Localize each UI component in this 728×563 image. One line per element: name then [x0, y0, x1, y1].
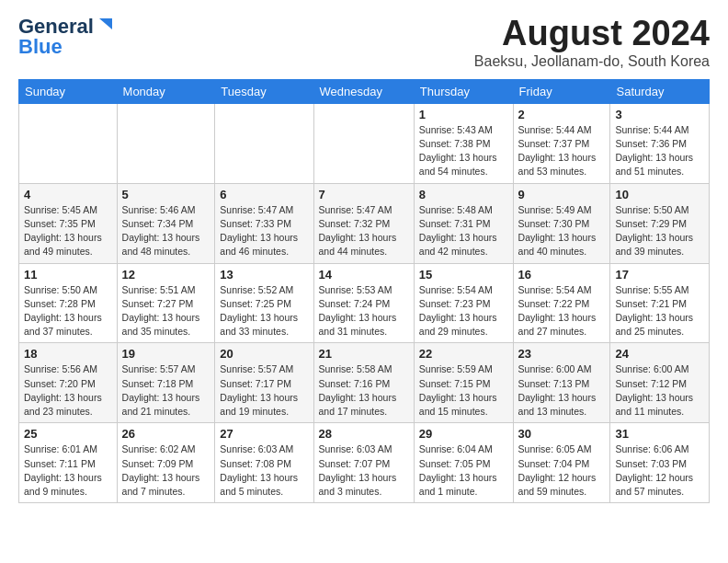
day-info: Sunrise: 5:51 AMSunset: 7:27 PMDaylight:… [122, 283, 210, 339]
calendar-cell: 25Sunrise: 6:01 AMSunset: 7:11 PMDayligh… [19, 423, 118, 503]
logo-arrow-icon [94, 17, 114, 37]
col-thursday: Thursday [414, 79, 513, 103]
day-info: Sunrise: 5:53 AMSunset: 7:24 PMDaylight:… [319, 283, 409, 339]
logo: General Blue [18, 15, 114, 59]
calendar-cell: 13Sunrise: 5:52 AMSunset: 7:25 PMDayligh… [215, 263, 313, 343]
svg-marker-0 [99, 18, 112, 29]
calendar-cell: 27Sunrise: 6:03 AMSunset: 7:08 PMDayligh… [215, 423, 313, 503]
calendar-cell [19, 103, 118, 183]
calendar-week-row-0: 1Sunrise: 5:43 AMSunset: 7:38 PMDaylight… [19, 103, 710, 183]
page: General Blue August 2024 Baeksu, Jeollan… [0, 0, 728, 518]
calendar-cell: 19Sunrise: 5:57 AMSunset: 7:18 PMDayligh… [117, 343, 215, 423]
calendar-cell: 16Sunrise: 5:54 AMSunset: 7:22 PMDayligh… [513, 263, 610, 343]
day-info: Sunrise: 6:01 AMSunset: 7:11 PMDaylight:… [24, 442, 112, 499]
calendar-table: Sunday Monday Tuesday Wednesday Thursday… [18, 79, 710, 503]
day-info: Sunrise: 5:44 AMSunset: 7:37 PMDaylight:… [518, 123, 606, 179]
calendar-cell: 2Sunrise: 5:44 AMSunset: 7:37 PMDaylight… [513, 103, 610, 183]
calendar-cell [313, 103, 414, 183]
day-info: Sunrise: 5:58 AMSunset: 7:16 PMDaylight:… [319, 362, 409, 419]
calendar-cell: 10Sunrise: 5:50 AMSunset: 7:29 PMDayligh… [610, 183, 710, 263]
day-info: Sunrise: 5:52 AMSunset: 7:25 PMDaylight:… [220, 283, 308, 339]
day-info: Sunrise: 5:57 AMSunset: 7:18 PMDaylight:… [122, 362, 210, 419]
day-number: 27 [220, 427, 308, 441]
day-number: 6 [220, 188, 308, 201]
day-info: Sunrise: 5:49 AMSunset: 7:30 PMDaylight:… [518, 203, 606, 259]
day-info: Sunrise: 5:47 AMSunset: 7:33 PMDaylight:… [220, 203, 308, 259]
day-number: 23 [518, 347, 606, 361]
day-info: Sunrise: 6:05 AMSunset: 7:04 PMDaylight:… [518, 442, 606, 499]
day-number: 1 [419, 108, 508, 121]
day-info: Sunrise: 6:04 AMSunset: 7:05 PMDaylight:… [419, 442, 508, 499]
day-number: 18 [24, 347, 112, 361]
day-number: 28 [319, 427, 409, 441]
day-number: 9 [518, 188, 606, 201]
calendar-cell: 20Sunrise: 5:57 AMSunset: 7:17 PMDayligh… [215, 343, 313, 423]
calendar-cell [117, 103, 215, 183]
calendar-cell: 31Sunrise: 6:06 AMSunset: 7:03 PMDayligh… [610, 423, 710, 503]
calendar-cell [215, 103, 313, 183]
title-block: August 2024 Baeksu, Jeollanam-do, South … [474, 15, 710, 70]
calendar-cell: 17Sunrise: 5:55 AMSunset: 7:21 PMDayligh… [610, 263, 710, 343]
day-number: 19 [122, 347, 210, 361]
day-number: 7 [319, 188, 409, 201]
day-info: Sunrise: 6:03 AMSunset: 7:08 PMDaylight:… [220, 442, 308, 499]
calendar-cell: 26Sunrise: 6:02 AMSunset: 7:09 PMDayligh… [117, 423, 215, 503]
day-info: Sunrise: 6:00 AMSunset: 7:12 PMDaylight:… [615, 362, 704, 419]
calendar-cell: 11Sunrise: 5:50 AMSunset: 7:28 PMDayligh… [19, 263, 118, 343]
day-info: Sunrise: 5:57 AMSunset: 7:17 PMDaylight:… [220, 362, 308, 419]
calendar-week-row-4: 25Sunrise: 6:01 AMSunset: 7:11 PMDayligh… [19, 423, 710, 503]
day-number: 30 [518, 427, 606, 441]
day-number: 12 [122, 268, 210, 282]
day-info: Sunrise: 6:03 AMSunset: 7:07 PMDaylight:… [319, 442, 409, 499]
day-info: Sunrise: 5:43 AMSunset: 7:38 PMDaylight:… [419, 123, 508, 179]
day-number: 22 [419, 347, 508, 361]
month-year: August 2024 [474, 15, 710, 53]
day-info: Sunrise: 5:56 AMSunset: 7:20 PMDaylight:… [24, 362, 112, 419]
day-number: 11 [24, 268, 112, 282]
col-tuesday: Tuesday [215, 79, 313, 103]
col-wednesday: Wednesday [313, 79, 414, 103]
day-number: 26 [122, 427, 210, 441]
day-info: Sunrise: 6:06 AMSunset: 7:03 PMDaylight:… [615, 442, 704, 499]
col-sunday: Sunday [19, 79, 118, 103]
day-number: 20 [220, 347, 308, 361]
calendar-cell: 14Sunrise: 5:53 AMSunset: 7:24 PMDayligh… [313, 263, 414, 343]
day-number: 17 [615, 268, 704, 282]
day-info: Sunrise: 6:02 AMSunset: 7:09 PMDaylight:… [122, 442, 210, 499]
day-info: Sunrise: 5:55 AMSunset: 7:21 PMDaylight:… [615, 283, 704, 339]
day-info: Sunrise: 5:46 AMSunset: 7:34 PMDaylight:… [122, 203, 210, 259]
day-info: Sunrise: 5:50 AMSunset: 7:28 PMDaylight:… [24, 283, 112, 339]
day-number: 4 [24, 188, 112, 201]
calendar-cell: 18Sunrise: 5:56 AMSunset: 7:20 PMDayligh… [19, 343, 118, 423]
calendar-cell: 29Sunrise: 6:04 AMSunset: 7:05 PMDayligh… [414, 423, 513, 503]
day-number: 24 [615, 347, 704, 361]
calendar-cell: 8Sunrise: 5:48 AMSunset: 7:31 PMDaylight… [414, 183, 513, 263]
day-number: 15 [419, 268, 508, 282]
calendar-cell: 4Sunrise: 5:45 AMSunset: 7:35 PMDaylight… [19, 183, 118, 263]
day-info: Sunrise: 5:54 AMSunset: 7:22 PMDaylight:… [518, 283, 606, 339]
calendar-cell: 6Sunrise: 5:47 AMSunset: 7:33 PMDaylight… [215, 183, 313, 263]
calendar-cell: 23Sunrise: 6:00 AMSunset: 7:13 PMDayligh… [513, 343, 610, 423]
calendar-cell: 9Sunrise: 5:49 AMSunset: 7:30 PMDaylight… [513, 183, 610, 263]
day-number: 5 [122, 188, 210, 201]
day-info: Sunrise: 5:50 AMSunset: 7:29 PMDaylight:… [615, 203, 704, 259]
day-number: 14 [319, 268, 409, 282]
day-number: 29 [419, 427, 508, 441]
calendar-cell: 22Sunrise: 5:59 AMSunset: 7:15 PMDayligh… [414, 343, 513, 423]
col-friday: Friday [513, 79, 610, 103]
calendar-week-row-1: 4Sunrise: 5:45 AMSunset: 7:35 PMDaylight… [19, 183, 710, 263]
logo-text-blue: Blue [18, 35, 63, 59]
day-info: Sunrise: 5:45 AMSunset: 7:35 PMDaylight:… [24, 203, 112, 259]
col-saturday: Saturday [610, 79, 710, 103]
day-info: Sunrise: 5:48 AMSunset: 7:31 PMDaylight:… [419, 203, 508, 259]
day-info: Sunrise: 5:47 AMSunset: 7:32 PMDaylight:… [319, 203, 409, 259]
day-number: 21 [319, 347, 409, 361]
calendar-cell: 1Sunrise: 5:43 AMSunset: 7:38 PMDaylight… [414, 103, 513, 183]
calendar-cell: 7Sunrise: 5:47 AMSunset: 7:32 PMDaylight… [313, 183, 414, 263]
calendar-cell: 12Sunrise: 5:51 AMSunset: 7:27 PMDayligh… [117, 263, 215, 343]
day-number: 10 [615, 188, 704, 201]
day-number: 25 [24, 427, 112, 441]
page-header: General Blue August 2024 Baeksu, Jeollan… [18, 15, 710, 70]
day-number: 3 [615, 108, 704, 121]
calendar-week-row-3: 18Sunrise: 5:56 AMSunset: 7:20 PMDayligh… [19, 343, 710, 423]
